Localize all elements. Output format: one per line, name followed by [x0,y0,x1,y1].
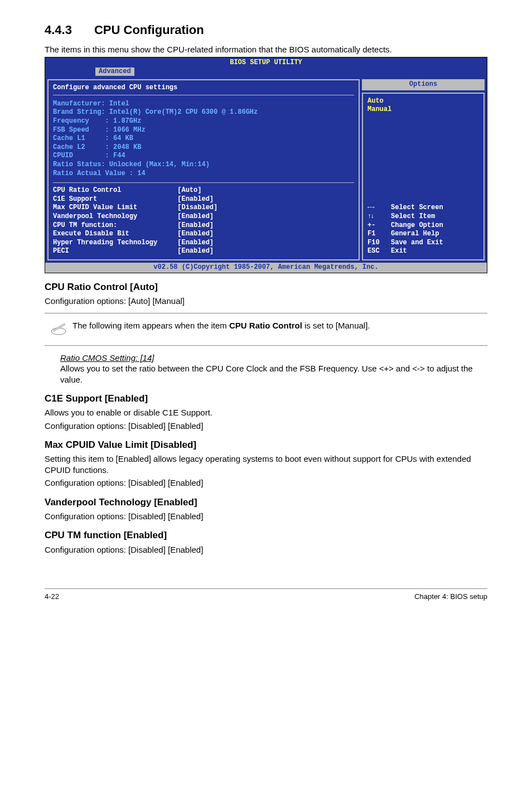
ratio-cmos-block: Ratio CMOS Setting: [14] Allows you to s… [60,352,487,385]
max-cpuid-body1: Setting this item to [Enabled] allows le… [45,453,487,475]
help-key: ↑↓ [367,212,391,221]
help-key: F10 [367,239,391,248]
help-row: +-Change Option [367,221,479,230]
help-text: Select Item [391,212,435,221]
section-title: CPU Configuration [94,23,204,37]
help-key: F1 [367,230,391,239]
help-row: ←→Select Screen [367,204,479,212]
help-row: F1General Help [367,230,479,239]
section-heading: 4.4.3CPU Configuration [45,22,487,38]
bios-right-pane: Auto Manual ←→Select Screen ↑↓Select Ite… [362,93,485,260]
note-suffix: is set to [Manual]. [302,321,370,330]
bios-panel: BIOS SETUP UTILITY Advanced Configure ad… [45,57,487,273]
cpu-ratio-heading: CPU Ratio Control [Auto] [45,281,487,293]
cpu-ratio-body: Configuration options: [Auto] [Manual] [45,296,487,307]
help-text: Select Screen [391,204,443,212]
vanderpool-heading: Vanderpool Technology [Enabled] [45,496,487,509]
note-icon [45,319,72,340]
bios-help-block: ←→Select Screen ↑↓Select Item +-Change O… [367,204,479,256]
note-bold: CPU Ratio Control [229,321,302,330]
note-prefix: The following item appears when the item [72,321,229,330]
help-text: Change Option [391,221,443,230]
bios-settings-list[interactable]: CPU Ratio Control [Auto] C1E Support [En… [53,182,354,256]
svg-point-0 [51,328,66,335]
bios-tabs: Advanced [45,67,487,76]
max-cpuid-heading: Max CPUID Value Limit [Disabled] [45,439,487,451]
bios-footer: v02.58 (C)Copyright 1985-2007, American … [45,263,487,273]
ratio-cmos-heading: Ratio CMOS Setting: [14] [60,353,154,363]
bios-left-pane: Configure advanced CPU settings Manufact… [47,79,360,260]
bios-config-header: Configure advanced CPU settings [53,84,354,93]
c1e-heading: C1E Support [Enabled] [45,393,487,405]
help-row: ESCExit [367,247,479,256]
help-key: +- [367,221,391,230]
bios-tab-advanced[interactable]: Advanced [95,67,134,76]
c1e-body1: Allows you to enable or disable C1E Supp… [45,407,487,418]
cpu-tm-body: Configuration options: [Disabled] [Enabl… [45,544,487,555]
note-block: The following item appears when the item… [45,313,487,346]
help-key: ←→ [367,204,391,212]
help-row: F10Save and Exit [367,239,479,248]
intro-text: The items in this menu show the CPU-rela… [45,44,487,55]
ratio-cmos-body: Allows you to set the ratio between the … [60,364,473,384]
max-cpuid-body2: Configuration options: [Disabled] [Enabl… [45,477,487,489]
bios-title: BIOS SETUP UTILITY [45,57,487,67]
help-row: ↑↓Select Item [367,212,479,221]
footer-left: 4-22 [45,592,59,602]
note-text: The following item appears when the item… [72,319,487,331]
page-footer: 4-22 Chapter 4: BIOS setup [45,588,487,602]
c1e-body2: Configuration options: [Disabled] [Enabl… [45,421,487,432]
help-key: ESC [367,247,391,256]
help-text: Save and Exit [391,239,443,248]
bios-options-body: Auto Manual [367,97,479,114]
footer-right: Chapter 4: BIOS setup [414,592,487,602]
help-text: General Help [391,230,439,239]
help-text: Exit [391,247,407,256]
bios-options-header: Options [362,79,485,90]
section-number: 4.4.3 [45,23,72,37]
vanderpool-body: Configuration options: [Disabled] [Enabl… [45,511,487,522]
bios-cpu-info: Manufacturer: Intel Brand String: Intel(… [53,100,354,178]
cpu-tm-heading: CPU TM function [Enabled] [45,529,487,542]
